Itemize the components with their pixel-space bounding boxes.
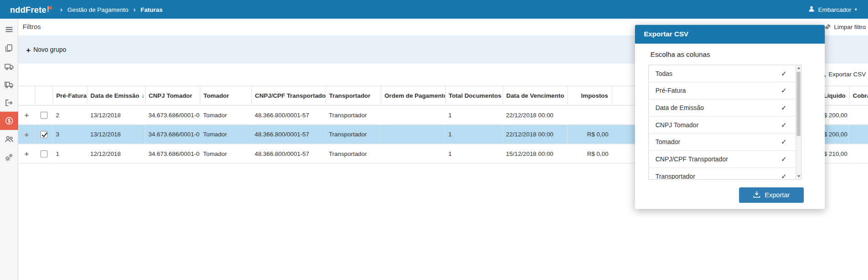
- row-checkbox[interactable]: [40, 150, 47, 158]
- export-button[interactable]: Exportar: [739, 187, 804, 203]
- check-icon: ✓: [781, 121, 787, 129]
- column-header-label: CNPJ Tomador: [149, 92, 193, 99]
- export-icon: [5, 98, 13, 107]
- clear-filter-button[interactable]: Limpar filtro: [823, 19, 867, 35]
- modal-subtitle: Escolha as colunas: [650, 51, 825, 59]
- column-header-total-documentos[interactable]: Total Documentos: [445, 86, 503, 105]
- column-header-label: Ordem de Pagamento: [385, 92, 445, 99]
- cell-data-de-vencimento: 15/12/2018 00:00: [503, 144, 567, 164]
- sidebar-item-settings[interactable]: [0, 148, 18, 166]
- filters-title: Filtros: [23, 23, 41, 31]
- cell-total-documentos: 1: [445, 105, 503, 125]
- modal-header: Exportar CSV: [635, 25, 825, 44]
- users-icon: [4, 135, 14, 143]
- download-icon: [753, 191, 761, 200]
- row-checkbox[interactable]: [40, 111, 47, 119]
- app-root: nddFrete › Gestão de Pagamento › Faturas…: [0, 0, 868, 280]
- cell-tomador: Tomador: [200, 105, 251, 125]
- cell-transportador: Transportador: [325, 105, 381, 125]
- logo-flag-icon: [47, 4, 52, 14]
- column-option-data-de-emissao[interactable]: Data de Emissão✓: [649, 100, 797, 117]
- breadcrumb-faturas[interactable]: Faturas: [141, 6, 162, 13]
- column-header-cobranca[interactable]: Cobrança: [849, 86, 868, 105]
- sidebar: [0, 19, 18, 280]
- cell-data-de-vencimento: 22/12/2018 00:00: [503, 125, 567, 144]
- sidebar-item-users[interactable]: [0, 130, 18, 148]
- cell-cobranca: [849, 125, 868, 144]
- column-header-transportador[interactable]: Transportador: [325, 86, 381, 105]
- truck-icon: [4, 62, 14, 70]
- column-header-pre-fatura[interactable]: Pré-Fatura: [53, 86, 87, 105]
- scrollbar-thumb[interactable]: [797, 72, 801, 136]
- cell-transportador: Transportador: [325, 125, 381, 144]
- expand-row-button[interactable]: +: [24, 149, 29, 158]
- new-group-button[interactable]: + Novo grupo: [26, 45, 66, 53]
- expand-row-button[interactable]: +: [24, 130, 29, 139]
- cell-ordem-de-pagamento: [381, 144, 445, 164]
- cell-transportador: Transportador: [325, 144, 381, 164]
- cell-total-documentos: 1: [445, 125, 503, 144]
- column-option-tomador[interactable]: Tomador✓: [649, 134, 797, 151]
- cell-pre-fatura: 3: [53, 125, 87, 144]
- breadcrumb-separator-icon: ›: [133, 5, 136, 13]
- column-option-cnpj-cpf-transportador[interactable]: CNPJ/CPF Transportador✓: [649, 151, 797, 168]
- column-header-data-de-emissao[interactable]: Data de Emissão↓: [87, 86, 145, 105]
- sidebar-item-delivery[interactable]: [0, 75, 18, 93]
- clear-filter-label: Limpar filtro: [834, 24, 866, 30]
- sidebar-item-menu-toggle[interactable]: [0, 20, 18, 39]
- payment-icon: [4, 116, 14, 125]
- expand-row-button[interactable]: +: [24, 110, 29, 119]
- cell-ordem-de-pagamento: [381, 105, 445, 125]
- expand-column-header: [18, 86, 35, 105]
- column-header-data-de-vencimento[interactable]: Data de Vencimento: [503, 86, 567, 105]
- cell-cnpj-tomador: 34.673.686/0001-01: [145, 105, 200, 125]
- column-header-cnpj-cpf-transportador[interactable]: CNPJ/CPF Transportador: [251, 86, 325, 105]
- column-header-label: Data de Vencimento: [506, 92, 564, 99]
- cell-cobranca: [849, 105, 868, 125]
- triangle-down-icon: [797, 175, 800, 178]
- column-option-cnpj-tomador[interactable]: CNPJ Tomador✓: [649, 117, 797, 134]
- cell-data-de-vencimento: 22/12/2018 00:00: [503, 105, 567, 125]
- top-bar: nddFrete › Gestão de Pagamento › Faturas…: [0, 0, 868, 19]
- user-menu[interactable]: Embarcador ▾: [808, 0, 857, 19]
- check-icon: ✓: [781, 138, 787, 146]
- scroll-down-button[interactable]: [796, 174, 801, 179]
- checkbox-cell: [35, 105, 53, 125]
- cell-cobranca: [849, 144, 868, 164]
- export-csv-modal: Exportar CSV Escolha as colunas Todas✓Pr…: [635, 25, 825, 209]
- user-icon: [808, 5, 815, 13]
- check-icon: ✓: [781, 155, 787, 163]
- cell-data-de-emissao: 12/12/2018: [87, 144, 145, 164]
- sidebar-item-documents[interactable]: [0, 39, 18, 57]
- column-header-tomador[interactable]: Tomador: [200, 86, 251, 105]
- column-header-ordem-de-pagamento[interactable]: Ordem de Pagamento: [381, 86, 445, 105]
- sidebar-item-freight[interactable]: [0, 57, 18, 75]
- sidebar-item-export[interactable]: [0, 94, 18, 112]
- cell-tomador: Tomador: [200, 125, 251, 144]
- row-checkbox[interactable]: [40, 131, 47, 138]
- export-csv-link-label: Exportar CSV: [828, 71, 866, 78]
- scroll-up-button[interactable]: [796, 65, 801, 71]
- column-option-todas[interactable]: Todas✓: [649, 65, 797, 83]
- plus-icon: +: [26, 45, 30, 53]
- column-header-cnpj-tomador[interactable]: CNPJ Tomador: [145, 86, 200, 105]
- chevron-down-icon: ▾: [855, 7, 857, 12]
- expand-cell: +: [18, 105, 35, 125]
- column-option-pre-fatura[interactable]: Pré-Fatura✓: [649, 82, 797, 100]
- checkbox-cell: [35, 144, 53, 164]
- column-option-transportador[interactable]: Transportador✓: [649, 168, 797, 180]
- check-column-header: [35, 86, 53, 105]
- cell-data-de-emissao: 13/12/2018: [87, 105, 145, 125]
- cell-data-de-emissao: 13/12/2018: [87, 125, 145, 144]
- column-header-label: Transportador: [329, 92, 371, 99]
- delivery-truck-icon: [4, 80, 14, 89]
- column-header-impostos[interactable]: Impostos: [568, 86, 612, 105]
- triangle-up-icon: [797, 67, 800, 69]
- breadcrumb-gestao-de-pagamento[interactable]: Gestão de Pagamento: [67, 6, 128, 13]
- cell-impostos: R$ 0,00: [568, 144, 612, 164]
- cell-ordem-de-pagamento: [381, 125, 445, 144]
- sidebar-item-payment-management[interactable]: [0, 112, 18, 130]
- cell-impostos: R$ 0,00: [568, 125, 612, 144]
- check-icon: ✓: [781, 104, 787, 112]
- export-button-label: Exportar: [765, 191, 790, 199]
